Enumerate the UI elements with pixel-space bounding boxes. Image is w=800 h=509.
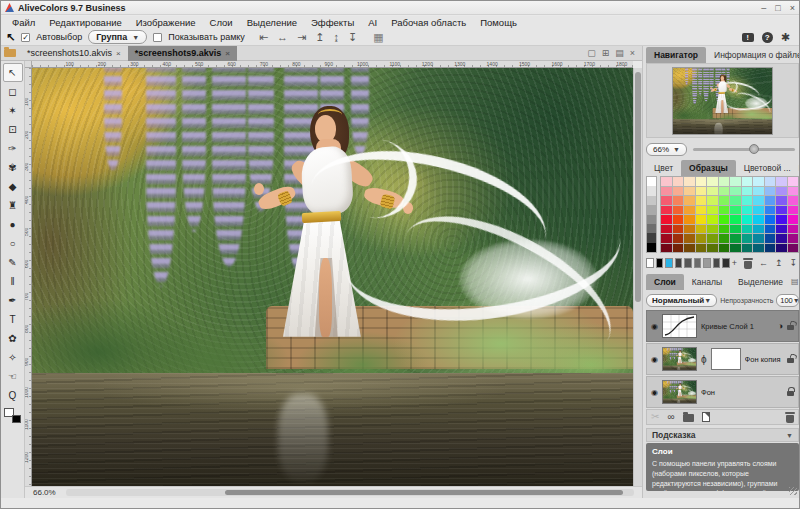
- color-swatch-grid[interactable]: [660, 176, 799, 253]
- quick-swatch[interactable]: [703, 258, 711, 268]
- color-swatch[interactable]: [719, 196, 730, 205]
- align-left-icon[interactable]: ⇤: [259, 29, 268, 46]
- gradient-tool[interactable]: ◆: [3, 177, 23, 196]
- color-swatch[interactable]: [661, 206, 672, 215]
- color-swatch[interactable]: [730, 196, 741, 205]
- unlock-icon[interactable]: [787, 325, 794, 330]
- color-swatch[interactable]: [707, 244, 718, 253]
- close-button[interactable]: ×: [790, 1, 795, 15]
- quick-swatch[interactable]: [646, 258, 654, 268]
- open-folder-icon[interactable]: [4, 49, 16, 57]
- color-swatch[interactable]: [707, 196, 718, 205]
- color-swatch[interactable]: [776, 177, 787, 186]
- pen-tool[interactable]: ✒: [3, 291, 23, 310]
- close-tab-icon[interactable]: ×: [116, 49, 121, 58]
- color-swatch[interactable]: [719, 187, 730, 196]
- color-swatch[interactable]: [788, 187, 799, 196]
- color-swatch[interactable]: [719, 177, 730, 186]
- menu-item-6[interactable]: Эффекты: [304, 16, 361, 29]
- color-swatch[interactable]: [753, 206, 764, 215]
- color-swatch[interactable]: [730, 177, 741, 186]
- color-swatch[interactable]: [707, 177, 718, 186]
- color-swatch[interactable]: [696, 187, 707, 196]
- maximize-button[interactable]: □: [775, 1, 780, 15]
- zoom-value-dropdown[interactable]: 66% ▼: [646, 143, 687, 156]
- gray-swatch[interactable]: [647, 224, 656, 233]
- color-swatch[interactable]: [707, 225, 718, 234]
- foreground-background-swatches[interactable]: [4, 408, 21, 423]
- color-swatch[interactable]: [742, 244, 753, 253]
- color-swatch[interactable]: [696, 244, 707, 253]
- color-swatch[interactable]: [684, 177, 695, 186]
- link-layers-icon[interactable]: ∞: [667, 410, 674, 424]
- color-swatch[interactable]: [661, 244, 672, 253]
- layer-visibility-eye-icon[interactable]: ◉: [651, 355, 658, 364]
- color-swatch[interactable]: [765, 196, 776, 205]
- layer-visibility-eye-icon[interactable]: ◉: [651, 322, 658, 331]
- color-swatch[interactable]: [661, 177, 672, 186]
- layer-row-2[interactable]: ◉ ϕФон копия: [646, 343, 799, 375]
- unlock-icon[interactable]: [787, 358, 794, 363]
- color-swatch[interactable]: [684, 187, 695, 196]
- canvas-image[interactable]: [32, 68, 633, 486]
- color-swatch[interactable]: [765, 234, 776, 243]
- quick-swatch[interactable]: [694, 258, 702, 268]
- color-swatch[interactable]: [788, 225, 799, 234]
- dodge-tool[interactable]: ○: [3, 234, 23, 253]
- distribute-grid-icon[interactable]: ▦: [373, 31, 383, 44]
- import-swatches-icon[interactable]: ↥: [775, 258, 783, 268]
- color-swatch[interactable]: [776, 244, 787, 253]
- navigator-tab-1[interactable]: Навигатор: [646, 47, 706, 63]
- background-color-swatch[interactable]: [12, 415, 21, 423]
- stamp-tool[interactable]: ♜: [3, 196, 23, 215]
- brush-tool[interactable]: ✎: [3, 253, 23, 272]
- color-swatch[interactable]: [661, 215, 672, 224]
- color-swatch[interactable]: [707, 234, 718, 243]
- gray-swatch[interactable]: [647, 215, 656, 224]
- menu-item-3[interactable]: Изображение: [129, 16, 203, 29]
- blend-mode-dropdown[interactable]: Нормальный ▼: [646, 294, 717, 307]
- hint-panel-header[interactable]: Подсказка ▼: [646, 428, 799, 442]
- document-tab-2[interactable]: *screenshots9.akvis×: [128, 46, 237, 61]
- layer-image-thumbnail[interactable]: [662, 380, 697, 404]
- color-swatch[interactable]: [776, 196, 787, 205]
- color-swatch[interactable]: [742, 215, 753, 224]
- align-top-icon[interactable]: ↥: [315, 29, 324, 46]
- layer-row-3[interactable]: ◉ Фон: [646, 376, 799, 408]
- arrange-windows-icon[interactable]: ⊞: [602, 48, 610, 58]
- back-arrow-icon[interactable]: ←: [759, 258, 768, 268]
- new-group-icon[interactable]: [683, 414, 694, 422]
- gray-swatch[interactable]: [647, 196, 656, 205]
- zoom-slider-knob[interactable]: [749, 144, 759, 154]
- color-swatch[interactable]: [753, 234, 764, 243]
- color-swatch[interactable]: [684, 196, 695, 205]
- help-icon[interactable]: ?: [762, 32, 773, 43]
- horizontal-scrollbar[interactable]: [66, 489, 634, 496]
- opacity-value-dropdown[interactable]: 100 ▼: [776, 294, 799, 307]
- menu-item-9[interactable]: Помощь: [473, 16, 524, 29]
- color-swatch[interactable]: [788, 215, 799, 224]
- color-swatch[interactable]: [730, 215, 741, 224]
- hand-tool[interactable]: ☜: [3, 367, 23, 386]
- align-center-horizontal-icon[interactable]: ↔: [277, 29, 288, 46]
- zoom-tool[interactable]: Q: [3, 386, 23, 405]
- color-swatch[interactable]: [776, 234, 787, 243]
- color-swatch[interactable]: [719, 244, 730, 253]
- move-tool[interactable]: ↖: [3, 63, 23, 82]
- color-swatch[interactable]: [661, 234, 672, 243]
- menu-item-2[interactable]: Редактирование: [42, 16, 128, 29]
- color-swatch[interactable]: [742, 225, 753, 234]
- color-swatch[interactable]: [730, 244, 741, 253]
- color-swatch[interactable]: [696, 215, 707, 224]
- color-swatch[interactable]: [661, 187, 672, 196]
- color-swatch[interactable]: [776, 206, 787, 215]
- color-swatch[interactable]: [776, 225, 787, 234]
- quick-swatch[interactable]: [656, 258, 664, 268]
- color-swatch[interactable]: [753, 225, 764, 234]
- settings-gear-icon[interactable]: ✱: [781, 32, 790, 43]
- color-swatch[interactable]: [765, 187, 776, 196]
- color-swatch[interactable]: [719, 234, 730, 243]
- menu-item-1[interactable]: Файл: [5, 16, 42, 29]
- show-frame-checkbox[interactable]: [153, 33, 162, 42]
- color-swatch[interactable]: [684, 225, 695, 234]
